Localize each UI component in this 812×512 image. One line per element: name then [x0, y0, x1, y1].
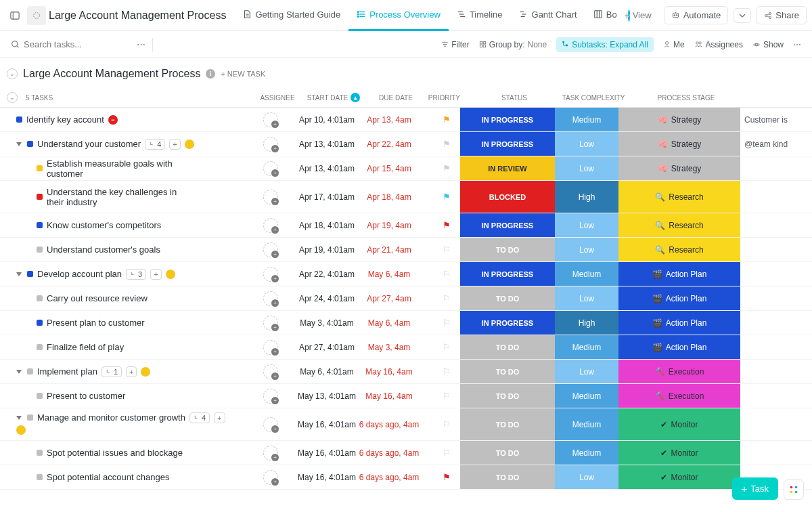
- tab-gantt-chart[interactable]: Gantt Chart: [511, 0, 585, 31]
- task-name-cell[interactable]: Understand customer's goals: [0, 238, 246, 261]
- status-cell[interactable]: TO DO: [460, 465, 555, 489]
- assignee-cell[interactable]: [246, 108, 295, 131]
- col-start-date[interactable]: START DATE ▲: [302, 93, 365, 102]
- col-priority[interactable]: PRIORITY: [426, 94, 467, 102]
- status-cell[interactable]: IN PROGRESS: [460, 262, 555, 286]
- task-name-cell[interactable]: Implement plan1+: [0, 360, 246, 383]
- assignee-cell[interactable]: [246, 335, 295, 359]
- status-cell[interactable]: TO DO: [460, 408, 555, 440]
- status-cell[interactable]: TO DO: [460, 441, 555, 465]
- status-cell[interactable]: TO DO: [460, 360, 555, 383]
- start-date-cell[interactable]: Apr 19, 4:01am: [295, 238, 359, 261]
- task-row[interactable]: Implement plan1+ May 6, 4:01am May 16, 4…: [0, 360, 812, 384]
- stage-cell[interactable]: 🧠Strategy: [618, 108, 740, 131]
- filter-button[interactable]: Filter: [441, 40, 470, 49]
- priority-cell[interactable]: ⚐: [420, 311, 460, 335]
- assignee-cell[interactable]: [246, 384, 295, 408]
- priority-cell[interactable]: ⚐: [420, 335, 460, 359]
- tab-timeline[interactable]: Timeline: [449, 0, 511, 31]
- more-icon[interactable]: ⋯: [137, 39, 145, 49]
- status-cell[interactable]: IN PROGRESS: [460, 108, 555, 131]
- col-stage[interactable]: PROCESS STAGE: [625, 94, 747, 102]
- status-cell[interactable]: TO DO: [460, 286, 555, 310]
- start-date-cell[interactable]: Apr 27, 4:01am: [295, 335, 359, 359]
- task-name-cell[interactable]: Present to customer: [0, 384, 246, 408]
- complexity-cell[interactable]: Medium: [555, 384, 618, 408]
- task-name-cell[interactable]: Establish measurable goals with customer: [0, 156, 246, 180]
- due-date-cell[interactable]: Apr 21, 4am: [359, 238, 420, 261]
- due-date-cell[interactable]: Apr 13, 4am: [359, 108, 420, 131]
- task-name-cell[interactable]: Manage and monitor customer growth4+: [0, 408, 246, 440]
- task-name-cell[interactable]: Develop account plan3+: [0, 262, 246, 286]
- complexity-cell[interactable]: Low: [555, 465, 618, 489]
- search-input[interactable]: Search tasks...: [11, 39, 133, 49]
- automate-dropdown[interactable]: [734, 8, 751, 23]
- task-row[interactable]: Know customer's competitors Apr 18, 4:01…: [0, 213, 812, 238]
- start-date-cell[interactable]: May 16, 4:01am: [295, 408, 359, 440]
- task-name-cell[interactable]: Know customer's competitors: [0, 213, 246, 237]
- tab-getting-started-guide[interactable]: Getting Started Guide: [234, 0, 348, 31]
- stage-cell[interactable]: 🧠Strategy: [618, 132, 740, 156]
- assignees-button[interactable]: Assignees: [694, 40, 743, 49]
- tab-process-overview[interactable]: Process Overview: [348, 0, 449, 31]
- due-date-cell[interactable]: May 6, 4am: [359, 262, 420, 286]
- stage-cell[interactable]: 🎬Action Plan: [618, 286, 740, 310]
- show-button[interactable]: Show: [752, 40, 784, 49]
- complexity-cell[interactable]: Medium: [555, 408, 618, 440]
- stage-cell[interactable]: 🎬Action Plan: [618, 262, 740, 286]
- stage-cell[interactable]: 🎬Action Plan: [618, 311, 740, 335]
- complexity-cell[interactable]: Low: [555, 238, 618, 261]
- task-row[interactable]: Spot potential issues and blockage May 1…: [0, 441, 812, 465]
- expand-icon[interactable]: [16, 142, 22, 146]
- complexity-cell[interactable]: Medium: [555, 441, 618, 465]
- due-date-cell[interactable]: Apr 15, 4am: [359, 156, 420, 180]
- list-icon[interactable]: [27, 6, 46, 25]
- group-by-button[interactable]: Group by: None: [479, 40, 547, 49]
- task-name-cell[interactable]: Spot potential issues and blockage: [0, 441, 246, 465]
- start-date-cell[interactable]: Apr 24, 4:01am: [295, 286, 359, 310]
- col-due-date[interactable]: DUE DATE: [365, 94, 426, 102]
- complexity-cell[interactable]: Low: [555, 360, 618, 383]
- priority-cell[interactable]: ⚑: [420, 108, 460, 131]
- stage-cell[interactable]: 🔨Execution: [618, 384, 740, 408]
- sidebar-toggle-icon[interactable]: [5, 6, 24, 25]
- add-subtask-button[interactable]: +: [214, 412, 225, 423]
- task-name-cell[interactable]: Identify key account−: [0, 108, 246, 131]
- status-cell[interactable]: IN PROGRESS: [460, 311, 555, 335]
- priority-cell[interactable]: ⚑: [420, 132, 460, 156]
- tab-bo[interactable]: Bo: [585, 0, 625, 31]
- due-date-cell[interactable]: Apr 19, 4am: [359, 213, 420, 237]
- priority-cell[interactable]: ⚐: [420, 262, 460, 286]
- assignee-cell[interactable]: [246, 286, 295, 310]
- task-row[interactable]: Spot potential account changes May 16, 4…: [0, 465, 812, 490]
- due-date-cell[interactable]: Apr 18, 4am: [359, 181, 420, 213]
- complexity-cell[interactable]: Medium: [555, 335, 618, 359]
- task-row[interactable]: Develop account plan3+ Apr 22, 4:01am Ma…: [0, 262, 812, 286]
- start-date-cell[interactable]: May 16, 4:01am: [295, 465, 359, 489]
- stage-cell[interactable]: 🔍Research: [618, 181, 740, 213]
- due-date-cell[interactable]: Apr 27, 4am: [359, 286, 420, 310]
- priority-cell[interactable]: ⚐: [420, 360, 460, 383]
- due-date-cell[interactable]: May 16, 4am: [359, 384, 420, 408]
- task-row[interactable]: Present to customer May 13, 4:01am May 1…: [0, 384, 812, 408]
- share-button[interactable]: Share: [757, 6, 807, 24]
- subtask-count-badge[interactable]: 1: [102, 366, 122, 377]
- start-date-cell[interactable]: May 16, 4:01am: [295, 441, 359, 465]
- stage-cell[interactable]: ✔Monitor: [618, 465, 740, 489]
- due-date-cell[interactable]: 6 days ago, 4am: [359, 441, 420, 465]
- status-cell[interactable]: TO DO: [460, 335, 555, 359]
- stage-cell[interactable]: 🎬Action Plan: [618, 335, 740, 359]
- assignee-cell[interactable]: [246, 441, 295, 465]
- apps-fab[interactable]: [784, 479, 804, 490]
- subtasks-button[interactable]: Subtasks: Expand All: [556, 37, 654, 52]
- complexity-cell[interactable]: High: [555, 311, 618, 335]
- due-date-cell[interactable]: Apr 22, 4am: [359, 132, 420, 156]
- stage-cell[interactable]: 🧠Strategy: [618, 156, 740, 180]
- task-name-cell[interactable]: Understand the key challenges in their i…: [0, 181, 246, 213]
- start-date-cell[interactable]: May 6, 4:01am: [295, 360, 359, 383]
- assignee-cell[interactable]: [246, 213, 295, 237]
- priority-cell[interactable]: ⚐: [420, 384, 460, 408]
- subtask-count-badge[interactable]: 3: [126, 269, 146, 280]
- status-cell[interactable]: TO DO: [460, 384, 555, 408]
- assignee-cell[interactable]: [246, 360, 295, 383]
